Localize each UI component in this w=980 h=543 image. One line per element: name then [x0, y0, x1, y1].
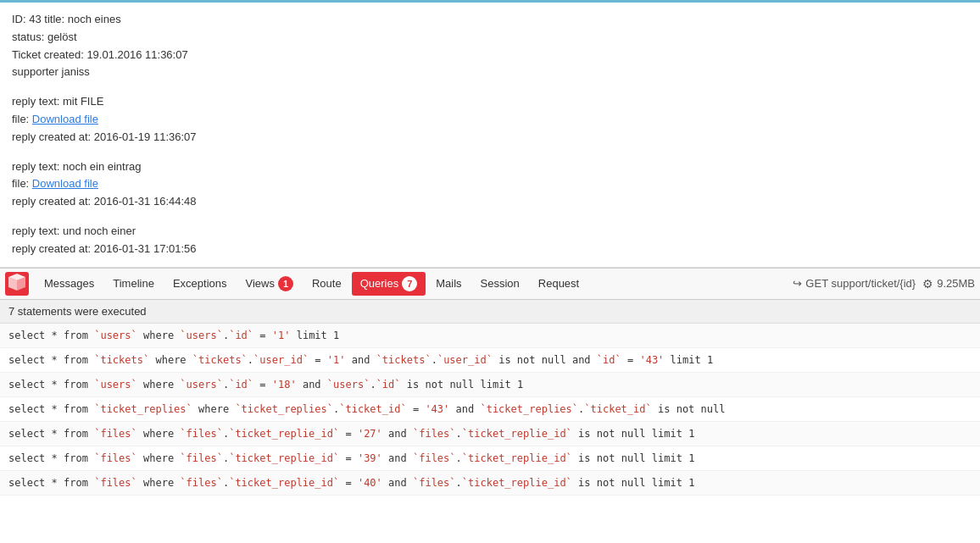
query-row: select * from `users` where `users`.`id`…: [0, 324, 980, 348]
ticket-id-title: ID: 43 title: noch eines: [12, 11, 968, 29]
reply-2-text: reply text: noch ein eintrag: [12, 158, 968, 176]
reply-1-download-link[interactable]: Download file: [32, 113, 98, 125]
ticket-content: ID: 43 title: noch eines status: gelöst …: [0, 3, 980, 268]
tab-label: Views: [246, 277, 275, 290]
tab-label: Queries: [360, 277, 399, 290]
tab-timeline[interactable]: Timeline: [104, 273, 163, 294]
statements-bar: 7 statements were executed: [0, 300, 980, 324]
ticket-created: Ticket created: 19.01.2016 11:36:07: [12, 47, 968, 64]
reply-1-file-label: file:: [12, 113, 32, 125]
reply-1: reply text: mit FILE file: Download file…: [12, 93, 968, 146]
tab-badge: 1: [278, 276, 293, 291]
tab-badge: 7: [402, 276, 417, 291]
tab-label: Exceptions: [173, 277, 227, 290]
route-info: ↪ GET support/ticket/{id}: [793, 277, 916, 290]
tab-label: Messages: [44, 277, 94, 290]
tab-mails[interactable]: Mails: [427, 273, 470, 294]
reply-1-text: reply text: mit FILE: [12, 93, 968, 111]
memory-info: ⚙ 9.25MB: [922, 277, 975, 291]
tab-label: Request: [538, 277, 579, 290]
tab-exceptions[interactable]: Exceptions: [164, 273, 236, 294]
query-row: select * from `tickets` where `tickets`.…: [0, 348, 980, 373]
reply-3-text: reply text: und noch einer: [12, 223, 968, 241]
tab-label: Route: [312, 277, 342, 290]
debug-toolbar: MessagesTimelineExceptionsViews1RouteQue…: [0, 268, 980, 300]
reply-2-created: reply created at: 2016-01-31 16:44:48: [12, 193, 968, 211]
tab-label: Timeline: [113, 277, 154, 290]
arrow-icon: ↪: [793, 277, 802, 290]
tab-label: Mails: [436, 277, 461, 290]
toolbar-logo-icon: [5, 272, 29, 296]
query-row: select * from `files` where `files`.`tic…: [0, 471, 980, 496]
route-path: GET support/ticket/{id}: [805, 277, 916, 290]
queries-area: select * from `users` where `users`.`id`…: [0, 324, 980, 496]
ticket-info: ID: 43 title: noch eines status: gelöst …: [12, 11, 968, 81]
reply-3: reply text: und noch einer reply created…: [12, 223, 968, 258]
reply-2-file-label: file:: [12, 177, 32, 190]
statements-label: 7 statements were executed: [8, 305, 147, 318]
ticket-supporter: supporter janiss: [12, 64, 968, 81]
query-row: select * from `users` where `users`.`id`…: [0, 373, 980, 397]
reply-1-created: reply created at: 2016-01-19 11:36:07: [12, 129, 968, 147]
reply-3-created: reply created at: 2016-01-31 17:01:56: [12, 241, 968, 258]
tab-views[interactable]: Views1: [237, 272, 302, 296]
tab-session[interactable]: Session: [472, 273, 528, 294]
tab-label: Session: [481, 277, 520, 290]
toolbar-tabs: MessagesTimelineExceptionsViews1RouteQue…: [36, 272, 587, 296]
reply-2-download-link[interactable]: Download file: [32, 177, 98, 190]
tab-request[interactable]: Request: [530, 273, 587, 294]
reply-2-file: file: Download file: [12, 175, 968, 193]
reply-1-file: file: Download file: [12, 111, 968, 129]
query-row: select * from `files` where `files`.`tic…: [0, 446, 980, 471]
memory-value: 9.25MB: [937, 277, 975, 290]
query-row: select * from `ticket_replies` where `ti…: [0, 397, 980, 422]
tab-route[interactable]: Route: [303, 273, 350, 294]
tab-queries[interactable]: Queries7: [352, 272, 426, 296]
query-row: select * from `files` where `files`.`tic…: [0, 422, 980, 446]
gear-icon: ⚙: [922, 277, 933, 291]
tab-messages[interactable]: Messages: [36, 273, 103, 294]
ticket-status: status: gelöst: [12, 29, 968, 47]
reply-2: reply text: noch ein eintrag file: Downl…: [12, 158, 968, 211]
toolbar-right: ↪ GET support/ticket/{id} ⚙ 9.25MB: [793, 277, 975, 291]
